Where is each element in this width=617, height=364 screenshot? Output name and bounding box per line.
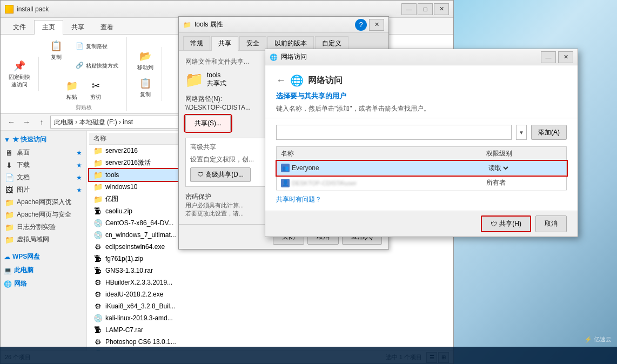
sidebar-item-documents[interactable]: 📄 文档 ★ bbox=[1, 171, 86, 184]
sidebar-wps-header[interactable]: ☁ WPS网盘 bbox=[1, 250, 86, 264]
sidebar-item-downloads[interactable]: ⬇ 下载 ★ bbox=[1, 159, 86, 171]
ribbon-group-clipboard: 📋 复制 📄 复制路径 🔗 粘贴快捷方式 bbox=[45, 37, 127, 111]
network-dialog-minimize-button[interactable]: — bbox=[541, 51, 556, 63]
tab-share[interactable]: 共享 bbox=[63, 20, 92, 34]
back-icon-row: ← 🌐 网络访问 bbox=[276, 74, 343, 87]
permission-dropdown[interactable]: 读取 读写 bbox=[486, 164, 510, 172]
properties-dialog-title: tools 属性 bbox=[195, 20, 223, 29]
share-problem-link[interactable]: 共享时有问题？ bbox=[276, 196, 321, 203]
file-name: windows10 bbox=[105, 183, 137, 191]
tab-view[interactable]: 查看 bbox=[92, 20, 122, 34]
tab-sharing[interactable]: 共享 bbox=[211, 36, 238, 51]
list-item[interactable]: 💿 kali-linux-2019.3-amd... bbox=[89, 312, 451, 324]
tab-general[interactable]: 常规 bbox=[183, 36, 210, 50]
sidebar-item-apache2[interactable]: 📁 Apache网页与安全 bbox=[1, 208, 86, 221]
cut-button[interactable]: ✂ 剪切 bbox=[85, 77, 106, 104]
sidebar-apache1-label: Apache网页深入优 bbox=[17, 198, 71, 207]
back-button[interactable]: ← bbox=[5, 116, 18, 129]
owner-name-cell: 👤 DESKTOP-CDISTA\user bbox=[277, 176, 482, 191]
iso-icon3: 💿 bbox=[93, 314, 102, 322]
network-dialog-title: 网络访问 bbox=[281, 52, 307, 62]
sidebar-vlan-label: 虚拟局域网 bbox=[17, 235, 49, 244]
file-name: server2016激活 bbox=[105, 158, 151, 167]
pin-icon: 📌 bbox=[13, 59, 26, 72]
pin-label: 固定到快速访问 bbox=[9, 73, 30, 89]
vlan-icon: 📁 bbox=[5, 235, 14, 244]
move-to-button[interactable]: 📂 移动到 bbox=[133, 47, 157, 74]
copy-to-button[interactable]: 📋 复制 bbox=[135, 74, 156, 101]
list-item[interactable]: 🗜 GNS3-1.3.10.rar bbox=[89, 265, 451, 277]
sidebar-desktop-label: 桌面 bbox=[17, 148, 30, 157]
paste-button[interactable]: 📁 粘贴 bbox=[61, 77, 83, 104]
properties-help-button[interactable]: ? bbox=[355, 19, 367, 31]
list-item[interactable]: ⚙ HBuilderX.2.3.3.2019... bbox=[89, 277, 451, 288]
forward-button[interactable]: → bbox=[20, 116, 33, 129]
folder-icon: 📁 bbox=[93, 195, 102, 204]
sidebar-apache2-label: Apache网页与安全 bbox=[17, 210, 71, 219]
move-to-icon: 📂 bbox=[139, 50, 152, 63]
pin-indicator2: ★ bbox=[76, 161, 82, 169]
everyone-user-icon: 👥 bbox=[281, 164, 290, 172]
add-user-button[interactable]: 添加(A) bbox=[531, 125, 567, 140]
copy-path-button[interactable]: 📄 复制路径 bbox=[69, 37, 122, 55]
sidebar-quick-access-header[interactable]: ▼ ★ 快速访问 bbox=[1, 133, 86, 146]
sidebar-item-apache1[interactable]: 📁 Apache网页深入优 bbox=[1, 196, 86, 208]
network-dialog-footer: 🛡 共享(H) 取消 bbox=[265, 211, 578, 237]
tab-security[interactable]: 安全 bbox=[239, 36, 266, 50]
share-confirm-button[interactable]: 🛡 共享(H) bbox=[481, 215, 531, 232]
properties-close-button[interactable]: ✕ bbox=[369, 19, 384, 31]
tab-home[interactable]: 主页 bbox=[34, 20, 63, 35]
paste-shortcut-button[interactable]: 🔗 粘贴快捷方式 bbox=[69, 56, 122, 75]
list-item[interactable]: ⚙ idealU-2018.2.2.exe bbox=[89, 288, 451, 300]
file-name: caoliu.zip bbox=[105, 207, 132, 215]
explorer-close-button[interactable]: ✕ bbox=[434, 3, 449, 15]
user-search-input[interactable] bbox=[276, 125, 512, 140]
sidebar-item-log[interactable]: 📁 日志分割实验 bbox=[1, 221, 86, 233]
list-item[interactable]: 🗜 LAMP-C7.rar bbox=[89, 324, 451, 336]
sidebar-item-pictures[interactable]: 🖼 图片 ★ bbox=[1, 184, 86, 196]
move-to-label: 移动到 bbox=[137, 64, 153, 71]
exe-icon4: ⚙ bbox=[93, 302, 102, 311]
minimize-button[interactable]: — bbox=[401, 3, 417, 15]
properties-titlebar: 📁 tools 属性 ? ✕ bbox=[179, 17, 388, 33]
taskbar bbox=[0, 347, 617, 364]
folder-icon: 📁 bbox=[93, 146, 102, 155]
zip-icon2: 🗜 bbox=[93, 254, 102, 263]
pin-quickaccess-button[interactable]: 📌 固定到快速访问 bbox=[5, 57, 34, 91]
share-button[interactable]: 共享(S)... bbox=[185, 116, 231, 131]
up-button[interactable]: ↑ bbox=[35, 116, 48, 129]
network-header-icon: 🌐 bbox=[290, 74, 304, 87]
back-arrow-icon[interactable]: ← bbox=[276, 75, 286, 86]
watermark: ⚡ 亿速云 bbox=[585, 335, 612, 343]
network-dialog-close-button[interactable]: ✕ bbox=[558, 51, 573, 63]
network-dialog-controls: — ✕ bbox=[541, 51, 573, 63]
folder-share-icon: 📁 bbox=[185, 71, 203, 88]
maximize-button[interactable]: □ bbox=[418, 3, 433, 15]
pin-indicator: ★ bbox=[76, 149, 82, 157]
sidebar-thispc-header[interactable]: 💻 此电脑 bbox=[1, 264, 86, 277]
network-cancel-button[interactable]: 取消 bbox=[535, 215, 567, 232]
sidebar-network-header[interactable]: 🌐 网络 bbox=[1, 277, 86, 291]
dropdown-arrow-icon[interactable]: ▼ bbox=[516, 125, 527, 140]
sidebar-item-desktop[interactable]: 🖥 桌面 ★ bbox=[1, 146, 86, 159]
everyone-label: Everyone bbox=[292, 164, 319, 172]
list-item[interactable]: ⚙ iKuai8_x64_3.2.8_Buil... bbox=[89, 300, 451, 312]
copy-button[interactable]: 📋 复制 bbox=[45, 37, 67, 75]
sidebar-item-vlan[interactable]: 📁 虚拟局域网 bbox=[1, 233, 86, 246]
network-access-dialog: 🌐 网络访问 — ✕ ← 🌐 网络访问 选择要与其共享的用户 键入名称，然后单击… bbox=[265, 49, 578, 237]
list-item[interactable]: 🗜 fg761p(1).zip bbox=[89, 253, 451, 265]
advanced-share-button[interactable]: 🛡 高级共享(D... bbox=[190, 167, 251, 182]
tab-file[interactable]: 文件 bbox=[5, 20, 34, 34]
sidebar-thispc-label: 此电脑 bbox=[14, 266, 33, 275]
sidebar-downloads-label: 下载 bbox=[17, 160, 30, 170]
column-header-name: 名称 bbox=[277, 147, 482, 161]
list-item[interactable]: ⚙ Photoshop CS6 13.0.1... bbox=[89, 336, 451, 348]
path-value: \\DESKTOP-CDISTA... bbox=[185, 104, 251, 111]
pin-indicator4: ★ bbox=[76, 186, 82, 194]
apache2-icon: 📁 bbox=[5, 211, 14, 219]
file-name: CentOS-7-x86_64-DV... bbox=[105, 219, 173, 227]
table-row-everyone[interactable]: 👥 Everyone 读取 读写 bbox=[277, 161, 567, 176]
share-confirm-label: 共享(H) bbox=[499, 219, 521, 228]
pictures-icon: 🖼 bbox=[5, 186, 14, 194]
table-row-owner[interactable]: 👤 DESKTOP-CDISTA\user 所有者 bbox=[277, 176, 567, 191]
